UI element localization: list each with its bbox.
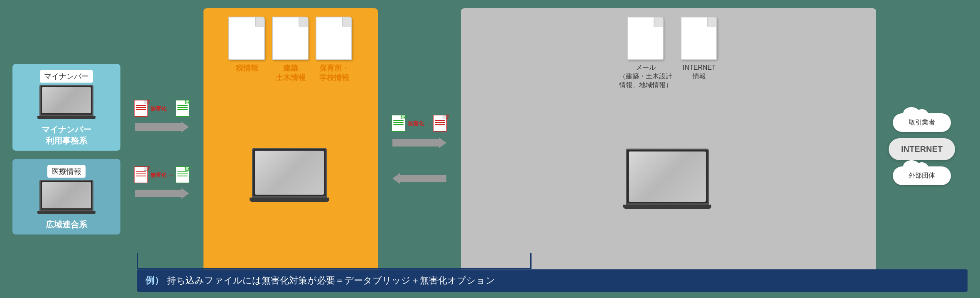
upper-arrow-shaft — [135, 123, 181, 131]
lgwan-doc-construction: 建築 土木情報 — [272, 17, 309, 83]
bottom-note: 例） 持ち込みファイルには無害化対策が必要＝データブリッジ＋無害化オプション — [137, 269, 968, 292]
bottom-line — [137, 268, 532, 269]
lower-mini-doc-lines-green — [177, 171, 188, 178]
wide-area-system-name: 広域連合系 — [46, 219, 87, 230]
upper-transform-arrow: → — [168, 105, 174, 112]
my-number-system-name: マイナンバー 利用事務系 — [42, 124, 91, 147]
upper-question-mark: ? — [147, 98, 150, 105]
lower-question-mark: ? — [147, 165, 150, 171]
upper-green-line-1 — [177, 105, 188, 106]
lower-arrow-group: ? 無害化 → ✓ — [134, 166, 190, 199]
my-number-laptop-base — [37, 116, 96, 119]
lower-mini-doc-lines-red — [136, 171, 146, 178]
lgwan-doc-school: 保育所・ 学校情報 — [316, 17, 353, 83]
internet-doc-mail-label: メール （建築・土木設計 情報、地域情報） — [619, 64, 672, 89]
right-upper-green-line-3 — [393, 124, 404, 125]
right-upper-doc-question: ? — [433, 114, 448, 133]
right-upper-line-1 — [435, 120, 445, 121]
right-upper-arrow-tip — [439, 137, 446, 148]
upper-arrow-group: ? 無害化 → ✓ — [134, 99, 190, 132]
lgwan-doc-tax-icon — [228, 17, 266, 61]
bottom-note-prefix: 例） — [145, 274, 164, 287]
lgwan-doc-tax-body — [228, 17, 265, 60]
internet-laptop — [626, 149, 711, 209]
lower-line-3 — [136, 176, 146, 176]
right-lower-arrow-shaft — [400, 175, 446, 182]
right-upper-neutralize-label: 無害化 — [408, 120, 424, 127]
external-section: 取引業者 INTERNET 外部団体 — [876, 8, 968, 290]
wide-area-laptop — [39, 180, 93, 215]
lower-transform-arrow: → — [168, 172, 174, 178]
bottom-line-right — [530, 253, 532, 269]
internet-laptop-screen — [626, 149, 709, 205]
right-upper-line-2 — [435, 122, 445, 123]
my-number-label: マイナンバー — [40, 70, 93, 83]
right-upper-question-mark: ? — [446, 113, 449, 120]
right-upper-line-3 — [435, 124, 445, 125]
lower-doc-question: ? — [134, 166, 149, 185]
right-upper-doc-check: ✓ — [392, 114, 406, 133]
upper-neutralize-label: 無害化 — [150, 105, 167, 112]
upper-doc-check: ✓ — [176, 99, 190, 118]
lgwan-doc-school-label: 保育所・ 学校情報 — [319, 64, 349, 83]
right-upper-transform-arrow: → — [426, 120, 431, 127]
upper-doc-transform: ? 無害化 → ✓ — [134, 99, 190, 118]
lower-green-line-3 — [177, 176, 188, 176]
entity-gaibud-label: 外部団体 — [909, 172, 935, 179]
lower-line-2 — [136, 173, 146, 174]
lgwan-doc-tax-label: 税情報 — [236, 64, 258, 73]
internet-doc-info: INTERNET 情報 — [681, 17, 718, 81]
right-upper-doc-transform: ✓ 無害化 → ? — [392, 114, 448, 133]
internet-doc-mail: メール （建築・土木設計 情報、地域情報） — [619, 17, 672, 89]
lgwan-laptop-screen — [252, 148, 327, 198]
upper-green-line-2 — [177, 107, 188, 108]
entity-gaibud: 外部団体 — [893, 166, 951, 185]
lower-mini-doc-body-red — [134, 166, 148, 183]
right-upper-mini-doc-lines-red — [435, 120, 445, 126]
lower-arrow-right — [135, 188, 189, 199]
my-number-system-box: マイナンバー マイナンバー 利用事務系 — [12, 64, 120, 151]
lower-arrow-tip — [181, 188, 189, 199]
upper-mini-doc-body-red — [134, 100, 148, 117]
lower-doc-check: ✓ — [176, 166, 190, 185]
lgwan-doc-construction-body — [272, 17, 309, 60]
lgwan-laptop-base — [250, 198, 329, 202]
my-number-laptop-screen — [39, 85, 93, 116]
lgwan-laptop — [252, 148, 329, 202]
right-upper-arrow-right — [392, 137, 446, 148]
upper-mini-doc-lines-green — [177, 105, 188, 111]
internet-doc-mail-body — [627, 17, 664, 60]
upper-doc-question: ? — [134, 99, 149, 118]
lgwan-doc-school-icon — [316, 17, 353, 61]
entity-torikiki-label: 取引業者 — [909, 119, 935, 126]
upper-green-line-3 — [177, 109, 188, 110]
internet-cloud: INTERNET — [889, 138, 955, 160]
internet-section: メール （建築・土木設計 情報、地域情報） INTERNET 情報 インターネッ… — [461, 8, 876, 290]
right-upper-green-line-2 — [393, 122, 404, 123]
right-lower-arrow-tip-left — [392, 173, 400, 184]
upper-line-3 — [136, 109, 146, 110]
lgwan-doc-school-body — [316, 17, 352, 60]
wide-area-laptop-base — [37, 211, 96, 214]
lower-green-line-2 — [177, 173, 188, 174]
bottom-line-left — [137, 253, 138, 269]
internet-cloud-label: INTERNET — [901, 144, 943, 154]
lower-green-line-1 — [177, 171, 188, 172]
right-arrow-section: ✓ 無害化 → ? — [378, 8, 461, 290]
wide-area-system-box: 医療情報 広域連合系 — [12, 159, 120, 234]
upper-check-mark: ✓ — [187, 98, 192, 105]
upper-arrow-tip — [181, 122, 189, 132]
internet-doc-info-body — [681, 17, 717, 60]
wide-area-label: 医療情報 — [47, 165, 86, 178]
lgwan-section: 税情報 建築 土木情報 保育所・ 学校情報 ＬＧＷＡＮ系 — [203, 8, 378, 290]
right-lower-arrow-left — [392, 173, 446, 184]
lower-arrow-shaft — [135, 190, 181, 197]
left-section: マイナンバー マイナンバー 利用事務系 医療情報 広域連合系 — [12, 8, 120, 290]
lower-doc-transform: ? 無害化 → ✓ — [134, 166, 190, 185]
right-upper-check-mark: ✓ — [403, 113, 408, 120]
bottom-note-text: 持ち込みファイルには無害化対策が必要＝データブリッジ＋無害化オプション — [167, 274, 495, 287]
my-number-laptop — [39, 85, 93, 120]
main-container: マイナンバー マイナンバー 利用事務系 医療情報 広域連合系 — [0, 0, 980, 298]
upper-arrow-right — [135, 122, 189, 132]
internet-doc-info-icon — [681, 17, 718, 61]
